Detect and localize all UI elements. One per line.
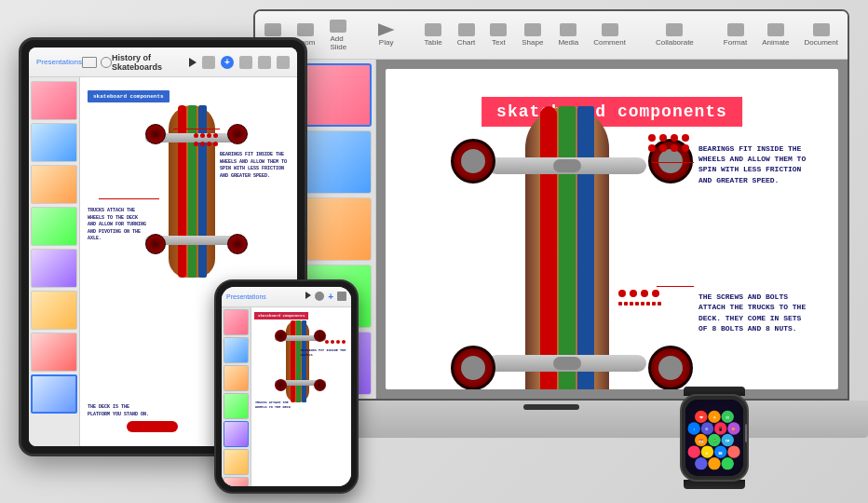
dot <box>648 134 656 142</box>
screw <box>652 302 656 306</box>
ipad-deck <box>169 105 215 278</box>
iphone-thumb-5[interactable] <box>224 421 249 447</box>
truck-bushing-2 <box>553 357 581 370</box>
iphone-trucks-text: TRUCKS ATTACH THE WHEELS TO THE DECK <box>255 401 297 410</box>
dot <box>630 290 637 297</box>
format-icon <box>727 23 744 36</box>
dot <box>207 142 211 146</box>
dot <box>652 290 659 297</box>
ipad-thumb-7[interactable] <box>31 333 77 372</box>
ipad-thumb-5[interactable] <box>31 249 77 288</box>
stripe-blue <box>302 320 306 402</box>
presentations-label[interactable]: Presentations <box>36 58 82 66</box>
iphone-canvas: skateboard components <box>251 307 351 486</box>
toolbar-shape[interactable]: Shape <box>522 23 543 47</box>
wheel-br <box>314 379 326 391</box>
toolbar-media[interactable]: Media <box>558 23 578 47</box>
dot <box>207 133 211 138</box>
iphone-thumb-7[interactable] <box>224 477 249 486</box>
svg-point-15 <box>708 457 720 469</box>
toolbar-play[interactable]: Play <box>378 23 395 47</box>
share-icon[interactable] <box>315 292 324 301</box>
toolbar-chart[interactable]: Chart <box>457 23 476 47</box>
wheel-bl <box>275 379 287 391</box>
ipad-thumb-1[interactable] <box>31 81 77 120</box>
wheel-tl <box>145 124 166 144</box>
people-icon[interactable] <box>239 56 252 69</box>
collaborate-icon <box>666 23 683 36</box>
mac-slide-content: skateboard components <box>386 69 838 389</box>
watch-crown <box>745 424 749 442</box>
add-button[interactable]: + <box>328 292 333 302</box>
wheel-br <box>648 346 693 389</box>
more-icon[interactable] <box>337 292 346 301</box>
emoji-icon[interactable] <box>258 56 271 69</box>
connector-line-1 <box>173 129 220 129</box>
dot <box>659 134 667 142</box>
ipad-thumb-2[interactable] <box>31 123 77 162</box>
small-red-deck <box>127 421 178 432</box>
screws-description: THE SCREWS AND BOLTS ATTACH THE TRUCKS T… <box>698 292 810 333</box>
apple-watch: ❤ ☀ ✉ ♪ ⚙ 📱 🎯 🏃 📅 🗺 ★ ☎ <box>672 387 756 489</box>
svg-point-13 <box>727 445 739 457</box>
iphone-thumb-1[interactable] <box>224 309 249 335</box>
ipad-deck-text: THE DECK IS THE PLATFORM YOU STAND ON. <box>88 404 153 418</box>
connector-line-2 <box>99 198 159 199</box>
chart-icon <box>458 23 475 36</box>
play-icon[interactable] <box>189 58 197 67</box>
iphone-thumb-2[interactable] <box>224 337 249 363</box>
play-icon[interactable] <box>305 292 311 299</box>
macbook-notch <box>523 404 579 410</box>
share-icon[interactable] <box>202 56 215 69</box>
dot <box>682 144 689 152</box>
screw <box>635 302 639 306</box>
screw <box>646 302 650 306</box>
ipad-toolbar-icons: + <box>189 56 290 69</box>
iphone-thumb-4[interactable] <box>224 393 249 419</box>
dot <box>200 133 205 138</box>
ipad-thumb-8[interactable] <box>31 374 77 414</box>
toolbar-text[interactable]: Text <box>490 23 507 47</box>
toolbar-add-slide[interactable]: Add Slide <box>330 20 346 51</box>
ipad-bearings-text: BEARINGS FIT INSIDE THE WHEELS AND ALLOW… <box>220 152 290 180</box>
more-icon[interactable] <box>277 56 290 69</box>
dot <box>648 144 656 152</box>
iphone-sidebar <box>222 307 251 486</box>
toolbar-document[interactable]: Document <box>805 23 838 47</box>
toolbar-animate[interactable]: Animate <box>762 23 789 47</box>
ipad-thumb-6[interactable] <box>31 291 77 330</box>
dot <box>194 142 198 146</box>
wheel-bl <box>451 346 495 389</box>
toolbar-format[interactable]: Format <box>724 23 747 47</box>
iphone-body: skateboard components <box>222 307 351 486</box>
screw <box>618 302 622 306</box>
wheel-br <box>227 234 248 254</box>
toolbar-table[interactable]: Table <box>425 23 442 47</box>
slides-view-icon <box>82 57 97 68</box>
dot <box>671 134 678 142</box>
wheel-tr <box>227 124 248 144</box>
shape-icon <box>524 23 541 36</box>
stripe-blue <box>198 105 207 278</box>
toolbar-collaborate[interactable]: Collaborate <box>656 23 694 47</box>
iphone-skateboard <box>275 319 331 402</box>
ipad-thumb-4[interactable] <box>31 207 77 246</box>
connector-1 <box>652 162 694 163</box>
iphone-thumb-3[interactable] <box>224 365 249 391</box>
iphone-thumb-6[interactable] <box>224 449 249 475</box>
text-icon <box>490 23 507 36</box>
add-icon[interactable]: + <box>221 56 234 69</box>
ipad-skateboard <box>145 101 257 278</box>
comment-icon <box>602 23 618 36</box>
watch-home-screen: ❤ ☀ ✉ ♪ ⚙ 📱 🎯 🏃 📅 🗺 ★ ☎ <box>685 400 743 476</box>
svg-text:★: ★ <box>705 451 709 455</box>
presentations-tab[interactable]: Presentations <box>226 293 266 300</box>
animate-icon <box>767 23 784 36</box>
dot <box>336 340 340 344</box>
watch-screen: ❤ ☀ ✉ ♪ ⚙ 📱 🎯 🏃 📅 🗺 ★ ☎ <box>685 400 743 476</box>
svg-point-16 <box>722 457 734 469</box>
ipad-thumb-3[interactable] <box>31 165 77 204</box>
info-icon <box>101 57 112 68</box>
svg-text:☎: ☎ <box>718 451 723 455</box>
toolbar-comment[interactable]: Comment <box>593 23 626 47</box>
